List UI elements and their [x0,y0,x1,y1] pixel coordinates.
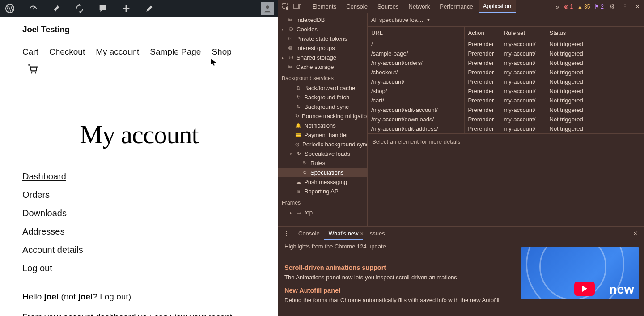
table-cell: /shop/ [368,86,464,96]
table-header[interactable]: URL [368,27,464,39]
add-new-icon[interactable] [121,3,131,14]
filter-dropdown[interactable]: All speculative loa… [371,17,424,23]
devtools-tabs: ElementsConsoleSourcesNetworkPerformance… [308,0,551,13]
account-nav-link[interactable]: Dashboard [22,171,66,181]
dropdown-caret-icon[interactable]: ▼ [426,17,431,22]
tree-item[interactable]: ⛁Interest groups [278,43,367,53]
table-row[interactable]: /my-account/downloads/Prerendermy-accoun… [368,115,644,124]
tree-item[interactable]: ☁Push messaging [278,177,367,187]
tree-item[interactable]: ⧉Back/forward cache [278,83,367,93]
page-title: My account [22,120,256,149]
pin-icon[interactable] [51,3,62,14]
nav-link[interactable]: Checkout [49,47,85,57]
close-devtools-icon[interactable]: ✕ [633,3,641,10]
filter-bar: All speculative loa… ▼ [368,13,644,27]
tree-item[interactable]: ↻Rules [278,158,367,168]
tree-item[interactable]: 🔔Notifications [278,121,367,130]
tree-item[interactable]: ↻Speculations [278,168,367,177]
account-nav-link[interactable]: Downloads [22,208,67,218]
account-nav-item[interactable]: Log out [22,259,256,278]
nav-link[interactable]: My account [96,47,139,57]
table-row[interactable]: /Prerendermy-account/Not triggered [368,39,644,49]
edit-icon[interactable] [144,3,155,14]
site-title[interactable]: Joel Testing [22,25,70,34]
refresh-icon[interactable] [74,3,85,14]
account-nav-item[interactable]: Account details [22,241,256,259]
more-tabs-icon[interactable]: » [552,2,562,12]
nav-link[interactable]: Cart [22,47,38,57]
tree-item[interactable]: ⛁Cache storage [278,62,367,72]
devtools-tab[interactable]: Sources [373,0,403,13]
tree-item[interactable]: ↻Bounce tracking mitigation [278,111,367,121]
table-header[interactable]: Status [546,27,644,39]
tree-item[interactable]: ↻Background fetch [278,93,367,102]
error-count[interactable]: ⊗ 1 [564,4,573,10]
nav-link[interactable]: Shop [212,47,231,57]
devtools-tab[interactable]: Application [479,0,516,13]
devtools-tab[interactable]: Network [404,0,435,13]
devtools-tab[interactable]: Elements [308,0,341,13]
dashboard-icon[interactable] [28,3,38,14]
table-row[interactable]: /my-account/orders/Prerendermy-account/N… [368,58,644,68]
devtools-tab[interactable]: Console [342,0,372,13]
site-header: Joel Testing CartCheckoutMy accountSampl… [0,17,278,60]
devtools-tab[interactable]: Performance [435,0,477,13]
table-row[interactable]: /my-account/edit-account/Prerendermy-acc… [368,105,644,115]
drawer-menu-icon[interactable]: ⋮ [281,230,292,237]
table-cell: Prerender [464,68,500,77]
tree-item[interactable]: 🗎Reporting API [278,187,367,196]
account-nav-link[interactable]: Log out [22,263,52,273]
account-nav-item[interactable]: Downloads [22,204,256,222]
tree-item[interactable]: ▭top [278,208,367,217]
table-row[interactable]: /my-account/edit-address/Prerendermy-acc… [368,124,644,133]
settings-icon[interactable]: ⚙ [608,3,616,10]
warning-count[interactable]: ▲ 35 [577,4,590,10]
db-icon: ⛁ [287,64,293,70]
cart-icon[interactable] [27,63,256,75]
table-row[interactable]: /sample-page/Prerendermy-account/Not tri… [368,49,644,58]
tree-item[interactable]: 💳Payment handler [278,130,367,140]
account-nav-link[interactable]: Orders [22,190,50,200]
tree-item[interactable]: ⛁IndexedDB [278,15,367,25]
table-row[interactable]: /shop/Prerendermy-account/Not triggered [368,86,644,96]
account-nav-link[interactable]: Addresses [22,226,65,236]
table-cell: my-account/ [500,49,546,58]
wp-logo-icon[interactable] [4,3,15,14]
issue-count[interactable]: ⚑ 2 [594,4,604,10]
tree-item[interactable]: ⛁Cookies [278,25,367,34]
tree-item-label: Private state tokens [296,35,347,42]
table-row[interactable]: /my-account/Prerendermy-account/Not trig… [368,77,644,86]
comment-icon[interactable] [97,3,108,14]
drawer-tab[interactable]: Issues [364,227,390,239]
user-avatar[interactable] [261,2,274,15]
table-header[interactable]: Action [464,27,500,39]
table-cell: Prerender [464,96,500,105]
table-cell: /my-account/edit-account/ [368,105,464,115]
inspect-element-icon[interactable] [281,2,291,12]
tree-item[interactable]: ◷Periodic background sync [278,140,367,149]
drawer-tab[interactable]: What's new [324,227,363,240]
table-cell: /my-account/edit-address/ [368,124,464,133]
table-header[interactable]: Rule set [500,27,546,39]
db-icon: ⛁ [288,55,294,61]
tree-item[interactable]: ↻Speculative loads [278,149,367,158]
table-row[interactable]: /checkout/Prerendermy-account/Not trigge… [368,68,644,77]
logout-link[interactable]: Log out [100,292,128,301]
tree-item[interactable]: ⛁Private state tokens [278,34,367,43]
drawer-tab[interactable]: Console [294,227,324,239]
kebab-menu-icon[interactable]: ⋮ [621,3,629,10]
nav-link[interactable]: Sample Page [150,47,201,57]
account-nav-item[interactable]: Orders [22,186,256,204]
tree-item[interactable]: ↻Background sync [278,102,367,111]
account-nav-link[interactable]: Account details [22,245,83,255]
device-toolbar-icon[interactable] [292,2,302,12]
tree-item-label: Background sync [304,103,349,110]
table-row[interactable]: /cart/Prerendermy-account/Not triggered [368,96,644,105]
doc-icon: 🗎 [295,188,301,195]
close-tab-icon[interactable]: × [360,230,364,237]
account-nav-item[interactable]: Dashboard [22,167,256,186]
tree-item[interactable]: ⛁Shared storage [278,53,367,62]
close-drawer-icon[interactable]: ✕ [629,230,641,237]
whats-new-video-thumb[interactable]: new [521,247,639,299]
account-nav-item[interactable]: Addresses [22,222,256,241]
